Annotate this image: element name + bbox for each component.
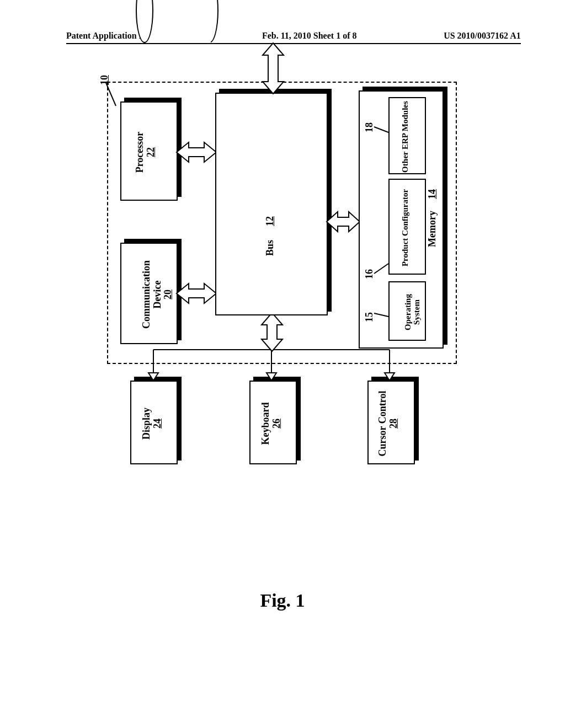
system-ref-leader: [104, 78, 120, 111]
svg-marker-2: [148, 373, 158, 381]
comm-bus-arrow-icon: [177, 279, 216, 308]
svg-marker-12: [263, 43, 284, 94]
processor-label: Processor 22: [135, 104, 157, 201]
memory-label: Memory 14: [427, 189, 438, 247]
bus-box: [215, 93, 328, 315]
system-diagram: 10 Display 24 Keyboard 26 Cursor Control…: [99, 94, 565, 464]
bus-io-arrow-icon: [257, 313, 287, 351]
erp-ref: 18: [364, 122, 375, 132]
os-ref: 15: [364, 312, 375, 322]
display-label: Display 24: [141, 383, 163, 464]
svg-line-15: [374, 127, 388, 132]
svg-marker-5: [266, 373, 276, 381]
svg-line-14: [374, 264, 388, 274]
bus-db-arrow-icon: [258, 43, 288, 94]
pc-label: Product Configurator: [401, 181, 410, 275]
bus-memory-arrow-icon: [327, 207, 360, 236]
bus-label: Bus 12: [265, 216, 276, 256]
proc-bus-arrow-icon: [177, 138, 216, 167]
figure-caption: Fig. 1: [0, 590, 565, 611]
svg-marker-8: [262, 313, 282, 351]
svg-line-0: [106, 83, 116, 106]
erp-leader: [374, 118, 390, 135]
erp-label: Other ERP Modules: [401, 99, 410, 174]
svg-marker-7: [385, 373, 395, 381]
page: Patent Application Publication Feb. 11, …: [0, 0, 565, 728]
keyboard-label: Keyboard 26: [260, 383, 282, 464]
db-connector: [218, 0, 268, 43]
cursor-label: Cursor Control 28: [377, 383, 399, 464]
svg-marker-10: [177, 142, 216, 162]
os-leader: [374, 304, 390, 318]
os-label: Operating System: [394, 283, 422, 341]
svg-marker-9: [177, 283, 216, 303]
database-icon: [136, 0, 218, 43]
svg-line-13: [374, 313, 388, 317]
svg-marker-11: [327, 212, 360, 232]
pc-leader: [374, 258, 390, 275]
pc-ref: 16: [364, 269, 375, 279]
